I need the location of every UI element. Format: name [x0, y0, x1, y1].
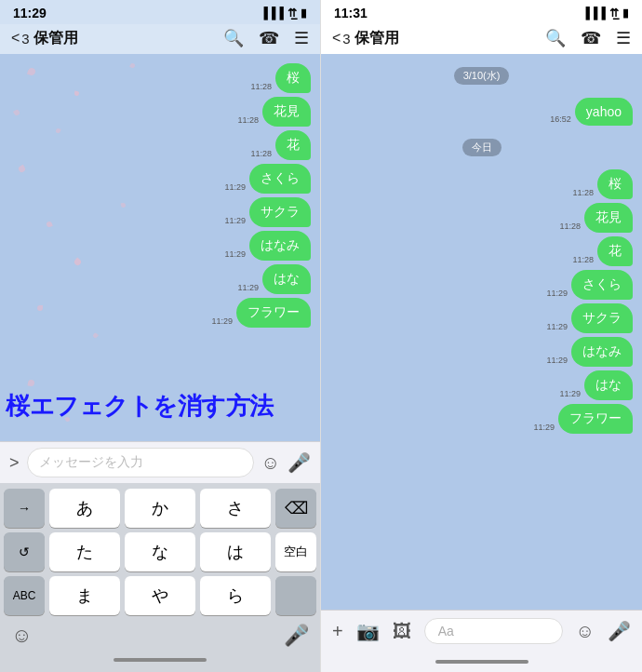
table-row: 11:28 花 [572, 236, 633, 266]
signal-icon: ▐▐▐ [260, 7, 284, 20]
camera-icon[interactable]: 📷 [356, 620, 380, 642]
key-ra[interactable]: ら [200, 576, 271, 615]
right-chat-title: 保管用 [354, 29, 545, 48]
right-home-indicator [321, 652, 642, 672]
table-row: 11:28 桜 [250, 63, 311, 93]
table-row: 16:52 yahoo [550, 98, 633, 126]
left-chat-title: 保管用 [33, 29, 223, 48]
home-bar [114, 658, 207, 662]
key-empty[interactable] [275, 576, 316, 615]
keyboard-emoji-icon[interactable]: ☺ [11, 624, 32, 648]
right-nav-bar: < 3 保管用 🔍 ☎ ☰ [321, 24, 642, 54]
keyboard: → あ か さ ⌫ ↺ た な は 空白 ABC ま や ら ☺ 🎤 [0, 483, 320, 672]
key-undo[interactable]: ↺ [4, 532, 45, 571]
left-status-bar: 11:29 ▐▐▐ ⇈̲ ▮ [0, 0, 320, 24]
left-input-area: > メッセージを入力 ☺ 🎤 [0, 441, 320, 483]
signal-icon: ▐▐▐ [582, 7, 606, 20]
right-nav-icons: 🔍 ☎ ☰ [545, 28, 631, 48]
table-row: 11:29 フラワー [533, 404, 633, 434]
table-row: 11:29 フラワー [211, 298, 311, 328]
back-count: 3 [342, 31, 350, 47]
menu-icon[interactable]: ☰ [294, 28, 309, 48]
message-input[interactable]: メッセージを入力 [27, 448, 254, 477]
delete-key[interactable]: ⌫ [275, 489, 316, 528]
mic-icon[interactable]: 🎤 [608, 620, 631, 642]
old-date-badge: 3/10(水) [454, 67, 510, 85]
left-phone-panel: 11:29 ▐▐▐ ⇈̲ ▮ < 3 保管用 🔍 ☎ ☰ [0, 0, 321, 672]
left-nav-icons: 🔍 ☎ ☰ [223, 28, 309, 48]
wifi-icon: ⇈̲ [288, 7, 297, 20]
left-nav-bar: < 3 保管用 🔍 ☎ ☰ [0, 24, 320, 54]
table-row: 11:28 花見 [237, 97, 311, 127]
right-status-icons: ▐▐▐ ⇈̲ ▮ [582, 7, 629, 20]
overlay-title: 桜エフェクトを消す方法 [6, 393, 314, 421]
table-row: 11:28 花見 [559, 203, 633, 233]
plus-icon[interactable]: + [332, 621, 343, 642]
right-toolbar: + 📷 🖼 Aa ☺ 🎤 [321, 610, 642, 652]
key-arrow[interactable]: → [4, 489, 45, 528]
left-back-button[interactable]: < 3 [11, 30, 30, 47]
menu-icon[interactable]: ☰ [616, 28, 631, 48]
key-ta[interactable]: た [49, 532, 120, 571]
left-time: 11:29 [13, 6, 47, 20]
key-sa[interactable]: さ [200, 489, 271, 528]
key-ha[interactable]: は [200, 532, 271, 571]
chevron-icon: < [11, 30, 20, 47]
search-icon[interactable]: 🔍 [223, 28, 244, 48]
right-back-button[interactable]: < 3 [332, 30, 351, 47]
table-row: 11:29 はな [559, 370, 633, 400]
emoji-icon[interactable]: ☺ [261, 452, 280, 474]
key-ma[interactable]: ま [49, 576, 120, 615]
kb-bottom-bar: ☺ 🎤 [4, 620, 316, 652]
battery-icon: ▮ [301, 7, 307, 20]
table-row: 11:29 サクラ [546, 303, 633, 333]
mic-icon[interactable]: 🎤 [288, 451, 311, 474]
aa-label[interactable]: Aa [424, 618, 563, 644]
right-time: 11:31 [334, 6, 368, 20]
emoji-icon[interactable]: ☺ [576, 621, 595, 642]
key-ka[interactable]: か [125, 489, 195, 528]
left-messages: 11:28 桜 11:28 花見 11:28 花 11:29 さくら 11:29… [211, 63, 311, 328]
table-row: 11:28 花 [250, 130, 311, 160]
battery-icon: ▮ [622, 7, 629, 20]
key-a[interactable]: あ [49, 489, 120, 528]
table-row: 11:29 はなみ [546, 337, 633, 367]
overlay-text-part1: 桜エフェクトを消す方法 [6, 392, 274, 420]
left-status-icons: ▐▐▐ ⇈̲ ▮ [260, 7, 307, 20]
left-chat-bg: 11:28 桜 11:28 花見 11:28 花 11:29 さくら 11:29… [0, 54, 320, 441]
table-row: 11:28 桜 [572, 169, 633, 199]
table-row: 11:29 サクラ [224, 197, 311, 227]
phone-icon[interactable]: ☎ [581, 28, 601, 48]
right-status-bar: 11:31 ▐▐▐ ⇈̲ ▮ [321, 0, 642, 24]
home-bar [435, 660, 528, 664]
right-messages: 3/10(水) 16:52 yahoo 今日 11:28 桜 11:28 花見 … [321, 54, 642, 610]
table-row: 11:29 さくら [546, 270, 633, 300]
key-ya[interactable]: や [125, 576, 195, 615]
kb-row-3: ABC ま や ら [4, 576, 316, 615]
keyboard-mic-icon[interactable]: 🎤 [284, 624, 309, 648]
key-na[interactable]: な [125, 532, 195, 571]
image-icon[interactable]: 🖼 [393, 621, 411, 642]
expand-icon[interactable]: > [9, 453, 20, 473]
space-key[interactable]: 空白 [275, 532, 316, 571]
right-chat-bg: 3/10(水) 16:52 yahoo 今日 11:28 桜 11:28 花見 … [321, 54, 642, 610]
chevron-icon: < [332, 30, 341, 47]
wifi-icon: ⇈̲ [609, 7, 619, 20]
right-phone-panel: 11:31 ▐▐▐ ⇈̲ ▮ < 3 保管用 🔍 ☎ ☰ 3/10(水) 16 [321, 0, 642, 672]
table-row: 11:29 はなみ [224, 231, 311, 261]
back-count: 3 [21, 31, 29, 47]
today-badge: 今日 [462, 139, 502, 156]
home-indicator [4, 652, 316, 668]
phone-icon[interactable]: ☎ [259, 28, 279, 48]
search-icon[interactable]: 🔍 [545, 28, 566, 48]
kb-row-1: → あ か さ ⌫ [4, 489, 316, 528]
kb-row-2: ↺ た な は 空白 [4, 532, 316, 571]
table-row: 11:29 さくら [224, 164, 311, 194]
key-abc[interactable]: ABC [4, 576, 45, 615]
table-row: 11:29 はな [237, 264, 311, 294]
